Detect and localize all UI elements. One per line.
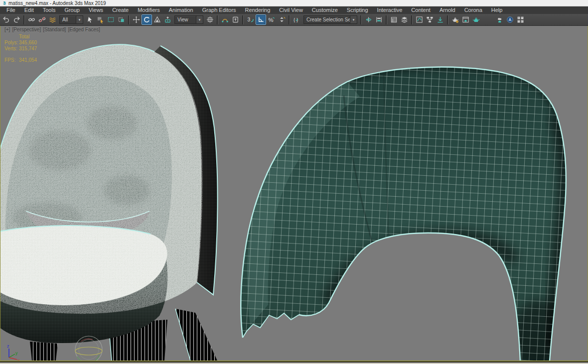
ribbon-icon (437, 16, 444, 23)
edit-named-selection-sets-button[interactable] (292, 14, 302, 25)
bind-to-space-warp-button[interactable] (47, 14, 58, 25)
app-icon-3ds-max: 3 (2, 1, 6, 5)
snapang-icon (257, 16, 265, 23)
menu-animation[interactable]: Animation (164, 6, 198, 14)
select-and-scale-button[interactable] (152, 14, 162, 25)
braces-icon (293, 16, 300, 23)
select-and-place-button[interactable] (162, 14, 173, 25)
keyboard-shortcut-override-button[interactable] (230, 14, 241, 25)
named-selection-sets-dropdown[interactable]: Create Selection Set▾ (303, 15, 357, 24)
snaps-toggle-3d-button[interactable] (245, 14, 256, 25)
toolbar-separator (360, 15, 362, 24)
render-setup-button[interactable] (450, 14, 460, 25)
tcloud-icon (496, 16, 503, 23)
menu-tools[interactable]: Tools (38, 6, 60, 14)
render-production-button[interactable] (471, 14, 481, 25)
sceneexp-icon (390, 16, 398, 23)
wincross-icon (118, 16, 125, 23)
manip-icon (221, 16, 229, 23)
select-by-name-button[interactable] (95, 14, 106, 25)
redo-icon (13, 16, 20, 23)
menu-create[interactable]: Create (108, 6, 133, 14)
reference-coordinate-system-dropdown[interactable]: View▾ (174, 15, 203, 24)
menu-group[interactable]: Group (60, 6, 84, 14)
redo-button[interactable] (11, 14, 22, 25)
rectangular-selection-region-button[interactable] (106, 14, 116, 25)
mirror-button[interactable] (363, 14, 374, 25)
stat-verts: Verts:315,747 (4, 46, 37, 52)
menu-modifiers[interactable]: Modifiers (133, 6, 164, 14)
grid4-icon (517, 16, 524, 23)
window-crossing-toggle-button[interactable] (116, 14, 127, 25)
use-pivot-point-center-button[interactable] (205, 14, 215, 25)
menu-arnold[interactable]: Arnold (435, 6, 460, 14)
perspective-viewport[interactable]: z y x [+][Perspective][Standard][Edged F… (0, 26, 588, 362)
kbd-icon (232, 16, 239, 23)
move-icon (133, 16, 140, 23)
region-icon (107, 16, 115, 23)
statistics-rows: Polys:345,660Verts:315,747FPS:341,054 (4, 40, 37, 63)
select-and-link-button[interactable] (26, 14, 37, 25)
rsetup-icon (451, 16, 459, 23)
toolbar-separator (386, 15, 387, 24)
unlink-icon (38, 16, 46, 23)
menu-rendering[interactable]: Rendering (241, 6, 275, 14)
rendered-frame-window-button[interactable] (460, 14, 471, 25)
toolbar-separator (289, 15, 290, 24)
viewport-pov-menu[interactable]: [Perspective] (12, 27, 41, 32)
menu-customize[interactable]: Customize (307, 6, 342, 14)
menu-help[interactable]: Help (487, 6, 507, 14)
menu-corona[interactable]: Corona (460, 6, 487, 14)
chevron-down-icon: ▾ (196, 16, 203, 23)
chevron-down-icon: ▾ (350, 16, 357, 23)
viewport-shading-menu[interactable]: [Standard] (43, 27, 66, 32)
toolbar-separator (447, 15, 448, 24)
undo-icon (2, 16, 10, 23)
pivot-icon (206, 16, 214, 23)
menu-views[interactable]: Views (84, 6, 108, 14)
unlink-selection-button[interactable] (37, 14, 47, 25)
toggle-scene-explorer-button[interactable] (389, 14, 399, 25)
select-and-manipulate-button[interactable] (220, 14, 230, 25)
align-button[interactable] (374, 14, 384, 25)
menu-graph-editors[interactable]: Graph Editors (198, 6, 241, 14)
percent-snap-toggle-button[interactable] (266, 14, 277, 25)
viewport-per-view-menu[interactable]: [Edged Faces] (68, 27, 100, 32)
a360-icon (506, 16, 514, 23)
select-and-rotate-button[interactable] (142, 14, 152, 25)
menu-content[interactable]: Content (407, 6, 435, 14)
select-object-button[interactable] (85, 14, 95, 25)
window-title: matiss_new4.max - Autodesk 3ds Max 2019 (8, 0, 106, 6)
a360-gallery-button[interactable] (505, 14, 515, 25)
viewport-general-menu[interactable]: [+] (4, 27, 10, 32)
axis-x-label: x (17, 358, 20, 361)
cursor-icon (86, 16, 94, 23)
menu-civil-view[interactable]: Civil View (275, 6, 307, 14)
selection-filter-dropdown[interactable]: All▾ (59, 15, 83, 24)
statistics-panel: Total Polys:345,660Verts:315,747FPS:341,… (4, 34, 37, 63)
angle-snap-toggle-button[interactable] (256, 14, 266, 25)
menu-edit[interactable]: Edit (20, 6, 38, 14)
rframe-icon (462, 16, 469, 23)
toolbar-separator (128, 15, 130, 24)
menu-bar: FileEditToolsGroupViewsCreateModifiersAn… (0, 6, 588, 14)
spacewarp-icon (49, 16, 56, 23)
spinner-snap-toggle-button[interactable] (277, 14, 287, 25)
toolbar-separator (217, 15, 218, 24)
toggle-ribbon-button[interactable] (435, 14, 445, 25)
toggle-layer-explorer-button[interactable] (399, 14, 410, 25)
render-in-cloud-button[interactable] (494, 14, 505, 25)
menu-file[interactable]: File (2, 6, 20, 14)
axis-y-label: y (15, 351, 18, 356)
menu-scripting[interactable]: Scripting (342, 6, 373, 14)
undo-button[interactable] (1, 14, 11, 25)
scene-3d: z y x (0, 26, 588, 361)
toolbar-separator (411, 15, 413, 24)
menu-interactive[interactable]: Interactive (373, 6, 407, 14)
layerexp-icon (401, 16, 408, 23)
snapspin-icon (278, 16, 286, 23)
select-and-move-button[interactable] (131, 14, 142, 25)
state-sets-button[interactable] (515, 14, 526, 25)
curve-editor-button[interactable] (414, 14, 425, 25)
schematic-view-button[interactable] (425, 14, 435, 25)
